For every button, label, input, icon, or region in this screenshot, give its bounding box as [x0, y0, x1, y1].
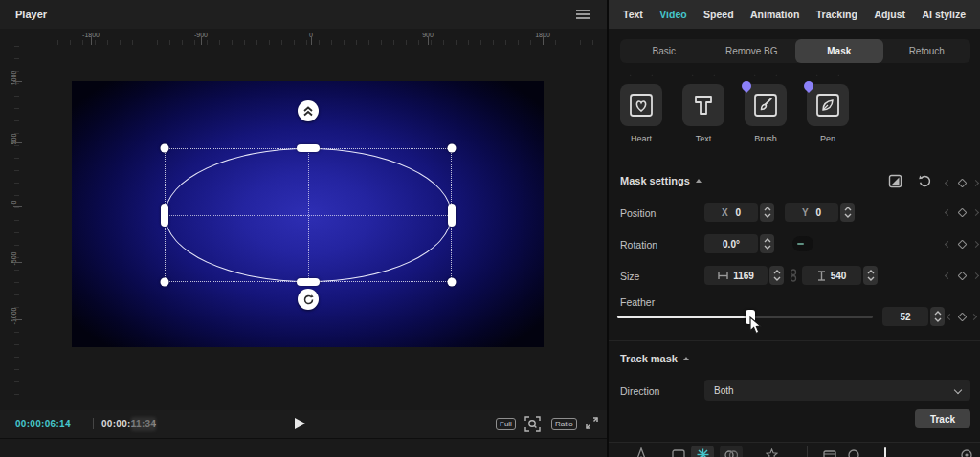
height-icon	[817, 271, 826, 281]
toolbar-icon[interactable]	[961, 447, 972, 457]
position-x-stepper[interactable]	[760, 203, 774, 222]
track-mask-title-text: Track mask	[620, 353, 678, 364]
ruler-major-tick	[13, 142, 22, 143]
position-x-field[interactable]: X 0	[704, 203, 758, 222]
mask-rotate-handle[interactable]	[298, 289, 319, 310]
rotation-field[interactable]: 0.0°	[704, 234, 758, 253]
toolbar-icon[interactable]	[672, 447, 685, 457]
mask-corner-handle-bl[interactable]	[161, 278, 169, 287]
toolbar-icon[interactable]	[724, 447, 738, 457]
mask-shape-heart-button[interactable]	[620, 84, 662, 126]
next-keyframe-icon[interactable]	[972, 179, 979, 185]
feather-slider[interactable]	[617, 316, 873, 318]
ruler-major-tick	[13, 262, 22, 263]
pro-badge	[740, 79, 753, 93]
tab-video[interactable]: Video	[659, 9, 686, 20]
collapse-icon[interactable]	[696, 179, 702, 183]
add-keyframe-icon[interactable]	[957, 239, 967, 249]
play-button[interactable]	[295, 418, 305, 429]
add-keyframe-icon[interactable]	[957, 178, 967, 187]
direction-value: Both	[714, 385, 734, 396]
tab-adjust[interactable]: Adjust	[874, 9, 905, 20]
size-height-stepper[interactable]	[863, 266, 878, 285]
mask-feather-handle[interactable]	[298, 100, 319, 121]
size-width-stepper[interactable]	[769, 266, 784, 285]
mask-corner-handle-tl[interactable]	[161, 144, 169, 153]
tab-ai-stylize[interactable]: AI stylize	[922, 9, 966, 20]
toolbar-divider	[807, 446, 808, 457]
star-tool-icon[interactable]	[766, 447, 778, 457]
mask-shape-brush-button[interactable]	[745, 84, 787, 126]
pointer-tool-icon[interactable]	[635, 447, 647, 457]
feather-stepper[interactable]	[930, 307, 945, 326]
mask-shape-label: Heart	[620, 134, 662, 143]
ratio-badge[interactable]: Ratio	[551, 418, 577, 430]
heart-icon	[629, 93, 654, 118]
toolbar-icon[interactable]	[848, 447, 859, 457]
video-preview-canvas[interactable]	[72, 81, 544, 347]
tab-animation[interactable]: Animation	[750, 9, 799, 20]
scrolled-row-stub	[754, 74, 777, 76]
prev-keyframe-icon[interactable]	[945, 272, 951, 278]
full-quality-badge[interactable]: Full	[496, 418, 516, 430]
subtab-mask[interactable]: Mask	[795, 39, 883, 63]
toolbar-icon[interactable]	[823, 447, 836, 457]
link-dimensions-icon[interactable]	[789, 269, 798, 286]
add-keyframe-icon[interactable]	[957, 207, 967, 217]
mask-corner-handle-tr[interactable]	[448, 144, 457, 153]
collapse-icon[interactable]	[683, 357, 689, 360]
next-keyframe-icon[interactable]	[972, 272, 979, 278]
rotation-value: 0.0°	[723, 239, 740, 250]
next-keyframe-icon[interactable]	[972, 240, 979, 247]
prev-keyframe-icon[interactable]	[945, 208, 951, 215]
rotation-stepper[interactable]	[760, 234, 774, 253]
mask-shape-text-button[interactable]	[682, 84, 724, 126]
size-height-field[interactable]: 540	[802, 266, 861, 285]
position-y-stepper[interactable]	[840, 203, 855, 222]
tab-tracking[interactable]: Tracking	[816, 9, 858, 20]
direction-dropdown[interactable]: Both	[704, 380, 970, 401]
subtab-basic[interactable]: Basic	[620, 39, 708, 63]
ruler-major-tick	[543, 36, 544, 45]
direction-label: Direction	[620, 385, 659, 397]
next-keyframe-icon[interactable]	[970, 313, 977, 319]
keyframe-nav-rotation	[946, 237, 978, 250]
mask-edge-handle-left[interactable]	[161, 204, 168, 227]
timeline-area-strip	[0, 438, 607, 457]
tab-text[interactable]: Text	[623, 9, 643, 20]
prev-keyframe-icon[interactable]	[945, 179, 951, 185]
subtab-retouch[interactable]: Retouch	[883, 39, 971, 63]
track-button[interactable]: Track	[915, 409, 970, 428]
mask-corner-handle-br[interactable]	[448, 278, 457, 287]
subtab-remove-bg[interactable]: Remove BG	[708, 39, 796, 63]
prev-keyframe-icon[interactable]	[945, 240, 951, 247]
position-y-field[interactable]: Y 0	[785, 203, 838, 222]
text-tool-icon	[691, 93, 716, 118]
add-keyframe-icon[interactable]	[957, 271, 967, 280]
mask-settings-title[interactable]: Mask settings	[620, 175, 702, 186]
tab-speed[interactable]: Speed	[703, 9, 734, 20]
next-keyframe-icon[interactable]	[972, 208, 979, 215]
size-height-value: 540	[831, 271, 847, 281]
invert-mask-icon[interactable]	[888, 174, 902, 192]
mask-shape-pen-button[interactable]	[807, 84, 849, 126]
rotation-dial[interactable]	[792, 236, 813, 251]
mask-edge-handle-bottom[interactable]	[297, 278, 320, 286]
mask-settings-title-text: Mask settings	[620, 175, 690, 186]
fullscreen-icon[interactable]	[585, 416, 599, 434]
feather-value-field[interactable]: 52	[882, 307, 928, 326]
prev-keyframe-icon[interactable]	[947, 313, 953, 319]
toolbar-marker[interactable]	[884, 447, 886, 457]
mask-edge-handle-top[interactable]	[297, 144, 320, 152]
reset-icon[interactable]	[918, 174, 932, 192]
mask-tool-active-icon[interactable]	[697, 447, 709, 457]
zoom-fit-icon[interactable]	[524, 416, 541, 436]
mask-edge-handle-right[interactable]	[448, 204, 456, 227]
size-width-field[interactable]: 1169	[704, 266, 768, 285]
player-header: Player	[0, 0, 607, 29]
track-mask-title[interactable]: Track mask	[620, 353, 689, 364]
menu-icon[interactable]	[576, 10, 590, 19]
size-width-value: 1169	[733, 271, 754, 281]
add-keyframe-icon[interactable]	[957, 312, 967, 321]
feather-slider-handle[interactable]	[746, 310, 755, 324]
